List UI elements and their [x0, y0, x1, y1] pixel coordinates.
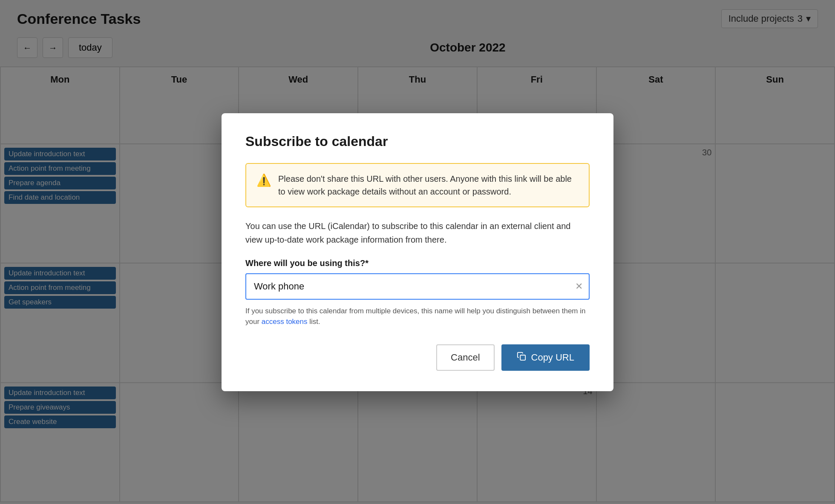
device-name-input[interactable] — [245, 273, 590, 300]
svg-rect-0 — [520, 355, 525, 360]
modal-title: Subscribe to calendar — [245, 134, 590, 149]
input-hint: If you subscribe to this calendar from m… — [245, 306, 590, 327]
copy-icon — [517, 352, 526, 364]
field-label: Where will you be using this?* — [245, 258, 590, 268]
warning-icon: ⚠️ — [256, 173, 271, 187]
device-name-input-wrapper: ✕ — [245, 273, 590, 300]
copy-url-button[interactable]: Copy URL — [501, 344, 590, 371]
copy-url-label: Copy URL — [531, 352, 574, 363]
modal-overlay: Subscribe to calendar ⚠️ Please don't sh… — [0, 0, 835, 504]
warning-text: Please don't share this URL with other u… — [278, 172, 579, 198]
input-clear-button[interactable]: ✕ — [575, 281, 583, 292]
cancel-button[interactable]: Cancel — [436, 344, 494, 371]
warning-box: ⚠️ Please don't share this URL with othe… — [245, 163, 590, 207]
modal-footer: Cancel Copy URL — [245, 344, 590, 371]
access-tokens-link[interactable]: access tokens — [262, 318, 308, 326]
modal-description: You can use the URL (iCalendar) to subsc… — [245, 219, 590, 246]
subscribe-modal: Subscribe to calendar ⚠️ Please don't sh… — [222, 113, 613, 391]
hint-text-after: list. — [308, 318, 320, 326]
